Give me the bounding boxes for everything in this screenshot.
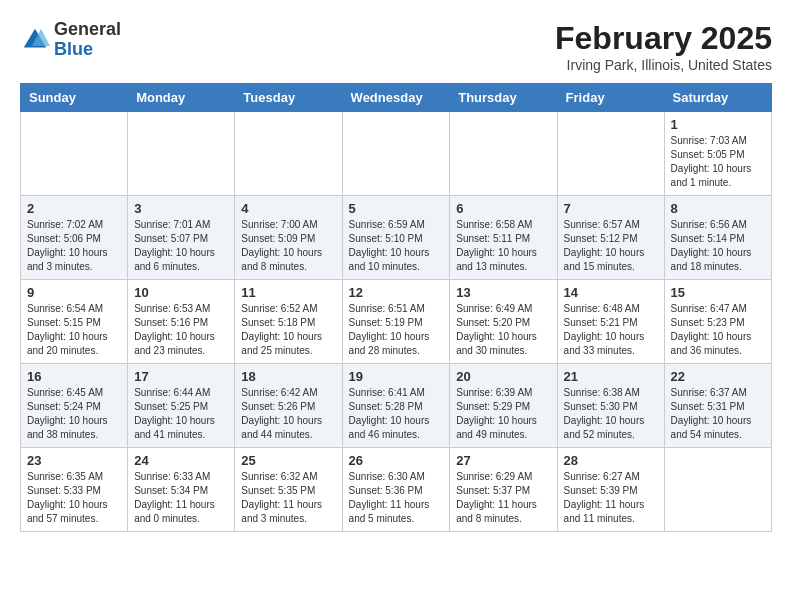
calendar-week-row: 9Sunrise: 6:54 AM Sunset: 5:15 PM Daylig…	[21, 280, 772, 364]
calendar-cell: 23Sunrise: 6:35 AM Sunset: 5:33 PM Dayli…	[21, 448, 128, 532]
day-number: 8	[671, 201, 765, 216]
day-number: 6	[456, 201, 550, 216]
weekday-header: Monday	[128, 84, 235, 112]
day-number: 24	[134, 453, 228, 468]
day-number: 7	[564, 201, 658, 216]
day-number: 19	[349, 369, 444, 384]
day-info: Sunrise: 6:32 AM Sunset: 5:35 PM Dayligh…	[241, 470, 335, 526]
day-info: Sunrise: 6:38 AM Sunset: 5:30 PM Dayligh…	[564, 386, 658, 442]
day-number: 23	[27, 453, 121, 468]
day-number: 5	[349, 201, 444, 216]
day-info: Sunrise: 6:35 AM Sunset: 5:33 PM Dayligh…	[27, 470, 121, 526]
day-number: 9	[27, 285, 121, 300]
day-info: Sunrise: 6:45 AM Sunset: 5:24 PM Dayligh…	[27, 386, 121, 442]
day-info: Sunrise: 6:39 AM Sunset: 5:29 PM Dayligh…	[456, 386, 550, 442]
calendar-cell: 13Sunrise: 6:49 AM Sunset: 5:20 PM Dayli…	[450, 280, 557, 364]
day-number: 12	[349, 285, 444, 300]
calendar-cell: 5Sunrise: 6:59 AM Sunset: 5:10 PM Daylig…	[342, 196, 450, 280]
calendar-body: 1Sunrise: 7:03 AM Sunset: 5:05 PM Daylig…	[21, 112, 772, 532]
day-info: Sunrise: 6:41 AM Sunset: 5:28 PM Dayligh…	[349, 386, 444, 442]
day-info: Sunrise: 6:33 AM Sunset: 5:34 PM Dayligh…	[134, 470, 228, 526]
month-year: February 2025	[555, 20, 772, 57]
weekday-header: Thursday	[450, 84, 557, 112]
day-number: 14	[564, 285, 658, 300]
day-number: 21	[564, 369, 658, 384]
day-info: Sunrise: 6:42 AM Sunset: 5:26 PM Dayligh…	[241, 386, 335, 442]
day-number: 15	[671, 285, 765, 300]
calendar-cell: 27Sunrise: 6:29 AM Sunset: 5:37 PM Dayli…	[450, 448, 557, 532]
logo: General Blue	[20, 20, 121, 60]
calendar-cell	[128, 112, 235, 196]
calendar-cell	[664, 448, 771, 532]
weekday-header: Saturday	[664, 84, 771, 112]
calendar-cell	[342, 112, 450, 196]
day-number: 28	[564, 453, 658, 468]
calendar-cell: 12Sunrise: 6:51 AM Sunset: 5:19 PM Dayli…	[342, 280, 450, 364]
day-number: 26	[349, 453, 444, 468]
day-number: 2	[27, 201, 121, 216]
calendar-cell: 3Sunrise: 7:01 AM Sunset: 5:07 PM Daylig…	[128, 196, 235, 280]
calendar-cell: 22Sunrise: 6:37 AM Sunset: 5:31 PM Dayli…	[664, 364, 771, 448]
location: Irving Park, Illinois, United States	[555, 57, 772, 73]
day-number: 10	[134, 285, 228, 300]
day-info: Sunrise: 6:29 AM Sunset: 5:37 PM Dayligh…	[456, 470, 550, 526]
weekday-row: SundayMondayTuesdayWednesdayThursdayFrid…	[21, 84, 772, 112]
day-info: Sunrise: 6:52 AM Sunset: 5:18 PM Dayligh…	[241, 302, 335, 358]
calendar-table: SundayMondayTuesdayWednesdayThursdayFrid…	[20, 83, 772, 532]
calendar-cell	[450, 112, 557, 196]
calendar-week-row: 23Sunrise: 6:35 AM Sunset: 5:33 PM Dayli…	[21, 448, 772, 532]
calendar-cell: 15Sunrise: 6:47 AM Sunset: 5:23 PM Dayli…	[664, 280, 771, 364]
calendar-cell	[235, 112, 342, 196]
calendar-cell: 4Sunrise: 7:00 AM Sunset: 5:09 PM Daylig…	[235, 196, 342, 280]
day-info: Sunrise: 6:54 AM Sunset: 5:15 PM Dayligh…	[27, 302, 121, 358]
day-number: 1	[671, 117, 765, 132]
day-info: Sunrise: 7:01 AM Sunset: 5:07 PM Dayligh…	[134, 218, 228, 274]
page-header: General Blue February 2025 Irving Park, …	[20, 20, 772, 73]
day-info: Sunrise: 6:56 AM Sunset: 5:14 PM Dayligh…	[671, 218, 765, 274]
calendar-week-row: 1Sunrise: 7:03 AM Sunset: 5:05 PM Daylig…	[21, 112, 772, 196]
calendar-cell: 18Sunrise: 6:42 AM Sunset: 5:26 PM Dayli…	[235, 364, 342, 448]
day-info: Sunrise: 6:49 AM Sunset: 5:20 PM Dayligh…	[456, 302, 550, 358]
day-number: 22	[671, 369, 765, 384]
weekday-header: Sunday	[21, 84, 128, 112]
day-info: Sunrise: 6:53 AM Sunset: 5:16 PM Dayligh…	[134, 302, 228, 358]
calendar-cell: 16Sunrise: 6:45 AM Sunset: 5:24 PM Dayli…	[21, 364, 128, 448]
day-info: Sunrise: 7:00 AM Sunset: 5:09 PM Dayligh…	[241, 218, 335, 274]
calendar-cell	[21, 112, 128, 196]
day-info: Sunrise: 6:48 AM Sunset: 5:21 PM Dayligh…	[564, 302, 658, 358]
weekday-header: Tuesday	[235, 84, 342, 112]
calendar-cell: 14Sunrise: 6:48 AM Sunset: 5:21 PM Dayli…	[557, 280, 664, 364]
day-info: Sunrise: 6:44 AM Sunset: 5:25 PM Dayligh…	[134, 386, 228, 442]
day-info: Sunrise: 6:37 AM Sunset: 5:31 PM Dayligh…	[671, 386, 765, 442]
day-number: 11	[241, 285, 335, 300]
calendar-week-row: 16Sunrise: 6:45 AM Sunset: 5:24 PM Dayli…	[21, 364, 772, 448]
day-number: 27	[456, 453, 550, 468]
title-block: February 2025 Irving Park, Illinois, Uni…	[555, 20, 772, 73]
day-info: Sunrise: 6:59 AM Sunset: 5:10 PM Dayligh…	[349, 218, 444, 274]
logo-blue: Blue	[54, 40, 121, 60]
day-info: Sunrise: 6:58 AM Sunset: 5:11 PM Dayligh…	[456, 218, 550, 274]
logo-general: General	[54, 20, 121, 40]
day-number: 25	[241, 453, 335, 468]
calendar-cell: 7Sunrise: 6:57 AM Sunset: 5:12 PM Daylig…	[557, 196, 664, 280]
calendar-week-row: 2Sunrise: 7:02 AM Sunset: 5:06 PM Daylig…	[21, 196, 772, 280]
day-number: 13	[456, 285, 550, 300]
calendar-cell: 11Sunrise: 6:52 AM Sunset: 5:18 PM Dayli…	[235, 280, 342, 364]
day-number: 17	[134, 369, 228, 384]
calendar-header: SundayMondayTuesdayWednesdayThursdayFrid…	[21, 84, 772, 112]
calendar-cell: 25Sunrise: 6:32 AM Sunset: 5:35 PM Dayli…	[235, 448, 342, 532]
calendar-cell: 1Sunrise: 7:03 AM Sunset: 5:05 PM Daylig…	[664, 112, 771, 196]
logo-icon	[20, 25, 50, 55]
day-info: Sunrise: 6:51 AM Sunset: 5:19 PM Dayligh…	[349, 302, 444, 358]
calendar-cell: 6Sunrise: 6:58 AM Sunset: 5:11 PM Daylig…	[450, 196, 557, 280]
calendar-cell: 10Sunrise: 6:53 AM Sunset: 5:16 PM Dayli…	[128, 280, 235, 364]
weekday-header: Wednesday	[342, 84, 450, 112]
calendar-cell: 8Sunrise: 6:56 AM Sunset: 5:14 PM Daylig…	[664, 196, 771, 280]
calendar-cell: 19Sunrise: 6:41 AM Sunset: 5:28 PM Dayli…	[342, 364, 450, 448]
weekday-header: Friday	[557, 84, 664, 112]
day-number: 4	[241, 201, 335, 216]
calendar-cell: 26Sunrise: 6:30 AM Sunset: 5:36 PM Dayli…	[342, 448, 450, 532]
day-info: Sunrise: 6:30 AM Sunset: 5:36 PM Dayligh…	[349, 470, 444, 526]
day-number: 3	[134, 201, 228, 216]
calendar-cell: 24Sunrise: 6:33 AM Sunset: 5:34 PM Dayli…	[128, 448, 235, 532]
